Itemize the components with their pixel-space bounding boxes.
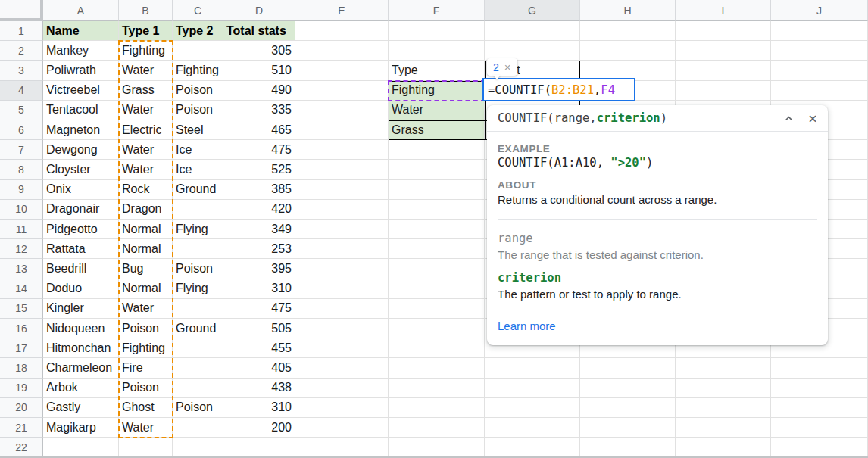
row-header-19[interactable]: 19: [0, 379, 43, 398]
cell-F17[interactable]: [389, 338, 485, 358]
cell-D1[interactable]: Total stats: [223, 21, 295, 41]
cell-C1[interactable]: Type 2: [173, 21, 223, 41]
cell-F1[interactable]: [389, 21, 485, 41]
column-header-G[interactable]: G: [485, 0, 580, 21]
cell-C7[interactable]: Ice: [173, 140, 223, 160]
cell-D21[interactable]: 200: [223, 418, 295, 438]
cell-F2[interactable]: [389, 41, 485, 61]
cell-C15[interactable]: [173, 299, 223, 319]
cell-J4[interactable]: [771, 81, 868, 101]
cell-D2[interactable]: 305: [223, 41, 295, 61]
cell-B9[interactable]: Rock: [119, 180, 173, 200]
cell-F8[interactable]: [389, 160, 485, 179]
chevron-up-icon[interactable]: [783, 113, 795, 124]
cell-A7[interactable]: Dewgong: [43, 140, 119, 160]
row-header-11[interactable]: 11: [0, 220, 43, 239]
cell-C6[interactable]: Steel: [173, 120, 223, 140]
cell-E13[interactable]: [295, 259, 389, 279]
cell-I21[interactable]: [676, 418, 771, 438]
cell-A4[interactable]: Victreebel: [43, 81, 119, 101]
cell-C22[interactable]: [173, 438, 223, 457]
column-header-B[interactable]: B: [119, 0, 173, 21]
cell-D18[interactable]: 405: [223, 358, 295, 378]
cell-A1[interactable]: Name: [43, 21, 119, 41]
row-header-22[interactable]: 22: [0, 438, 43, 457]
cell-F21[interactable]: [389, 418, 485, 438]
cell-A2[interactable]: Mankey: [43, 41, 119, 61]
cell-D7[interactable]: 475: [223, 140, 295, 160]
tooltip-close-icon[interactable]: ×: [504, 61, 511, 73]
cell-C5[interactable]: Poison: [173, 101, 223, 120]
cell-D9[interactable]: 385: [223, 180, 295, 200]
cell-D12[interactable]: 253: [223, 239, 295, 259]
row-header-16[interactable]: 16: [0, 319, 43, 338]
cell-B4[interactable]: Grass: [119, 81, 173, 101]
cell-E19[interactable]: [295, 379, 389, 398]
cell-B21[interactable]: Water: [119, 418, 173, 438]
cell-B20[interactable]: Ghost: [119, 398, 173, 418]
cell-A15[interactable]: Kingler: [43, 299, 119, 319]
cell-A11[interactable]: Pidgeotto: [43, 220, 119, 239]
cell-I3[interactable]: [676, 61, 771, 80]
cell-C10[interactable]: [173, 200, 223, 220]
cell-A5[interactable]: Tentacool: [43, 101, 119, 120]
cell-C4[interactable]: Poison: [173, 81, 223, 101]
cell-J22[interactable]: [771, 438, 868, 457]
cell-E14[interactable]: [295, 279, 389, 299]
row-header-20[interactable]: 20: [0, 398, 43, 418]
row-header-17[interactable]: 17: [0, 338, 43, 358]
cell-B11[interactable]: Normal: [119, 220, 173, 239]
column-header-D[interactable]: D: [223, 0, 295, 21]
cell-J3[interactable]: [771, 61, 868, 80]
cell-F20[interactable]: [389, 398, 485, 418]
cell-D15[interactable]: 475: [223, 299, 295, 319]
cell-J1[interactable]: [771, 21, 868, 41]
cell-G20[interactable]: [485, 398, 580, 418]
cell-C8[interactable]: Ice: [173, 160, 223, 179]
cell-B16[interactable]: Poison: [119, 319, 173, 338]
column-header-F[interactable]: F: [389, 0, 485, 21]
cell-B18[interactable]: Fire: [119, 358, 173, 378]
cell-F10[interactable]: [389, 200, 485, 220]
cell-H19[interactable]: [580, 379, 676, 398]
cell-H18[interactable]: [580, 358, 676, 378]
cell-G18[interactable]: [485, 358, 580, 378]
formula-editor[interactable]: =COUNTIF(B2:B21,F4: [482, 78, 635, 101]
row-header-4[interactable]: 4: [0, 81, 43, 101]
cell-B22[interactable]: [119, 438, 173, 457]
row-header-12[interactable]: 12: [0, 239, 43, 259]
row-header-21[interactable]: 21: [0, 418, 43, 438]
cell-F14[interactable]: [389, 279, 485, 299]
cell-B3[interactable]: Water: [119, 61, 173, 80]
cell-G1[interactable]: [485, 21, 580, 41]
cell-D13[interactable]: 395: [223, 259, 295, 279]
cell-B19[interactable]: Poison: [119, 379, 173, 398]
cell-J2[interactable]: [771, 41, 868, 61]
cell-J20[interactable]: [771, 398, 868, 418]
cell-I20[interactable]: [676, 398, 771, 418]
cell-F7[interactable]: [389, 140, 485, 160]
cell-E2[interactable]: [295, 41, 389, 61]
column-header-C[interactable]: C: [173, 0, 223, 21]
cell-H22[interactable]: [580, 438, 676, 457]
cell-B6[interactable]: Electric: [119, 120, 173, 140]
cell-I18[interactable]: [676, 358, 771, 378]
cell-C21[interactable]: [173, 418, 223, 438]
cell-A20[interactable]: Gastly: [43, 398, 119, 418]
cell-C11[interactable]: Flying: [173, 220, 223, 239]
cell-D19[interactable]: 438: [223, 379, 295, 398]
cell-D10[interactable]: 420: [223, 200, 295, 220]
cell-D6[interactable]: 465: [223, 120, 295, 140]
row-header-3[interactable]: 3: [0, 61, 43, 80]
cell-D3[interactable]: 510: [223, 61, 295, 80]
cell-E15[interactable]: [295, 299, 389, 319]
cell-F15[interactable]: [389, 299, 485, 319]
cell-C17[interactable]: [173, 338, 223, 358]
row-header-2[interactable]: 2: [0, 41, 43, 61]
cell-E10[interactable]: [295, 200, 389, 220]
cell-D17[interactable]: 455: [223, 338, 295, 358]
cell-B13[interactable]: Bug: [119, 259, 173, 279]
cell-I1[interactable]: [676, 21, 771, 41]
cell-B15[interactable]: Water: [119, 299, 173, 319]
cell-B1[interactable]: Type 1: [119, 21, 173, 41]
